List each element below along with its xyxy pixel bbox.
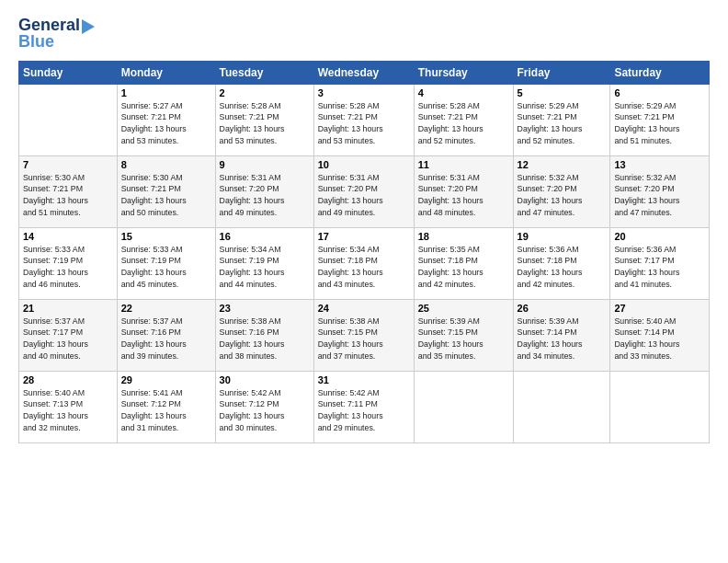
column-header-thursday: Thursday [414,61,513,84]
column-header-tuesday: Tuesday [215,61,313,84]
day-number: 16 [220,231,310,242]
day-info: Sunrise: 5:28 AM Sunset: 7:21 PM Dayligh… [318,100,410,147]
logo: General Blue [18,17,95,52]
page: General Blue SundayMondayTuesdayWednesda… [0,0,728,563]
day-number: 15 [121,231,211,242]
calendar-cell: 22Sunrise: 5:37 AM Sunset: 7:16 PM Dayli… [117,299,215,371]
day-number: 17 [318,231,410,242]
column-header-wednesday: Wednesday [313,61,414,84]
day-number: 27 [614,303,705,314]
calendar-cell: 25Sunrise: 5:39 AM Sunset: 7:15 PM Dayli… [414,299,513,371]
column-header-sunday: Sunday [19,61,118,84]
calendar-cell: 15Sunrise: 5:33 AM Sunset: 7:19 PM Dayli… [117,227,215,299]
day-info: Sunrise: 5:31 AM Sunset: 7:20 PM Dayligh… [318,172,410,219]
calendar-cell [19,84,118,155]
day-info: Sunrise: 5:38 AM Sunset: 7:15 PM Dayligh… [318,316,410,362]
day-number: 21 [23,303,113,314]
day-info: Sunrise: 5:30 AM Sunset: 7:21 PM Dayligh… [121,172,211,219]
day-number: 22 [121,303,211,314]
day-number: 25 [418,303,509,314]
calendar-cell: 19Sunrise: 5:36 AM Sunset: 7:18 PM Dayli… [513,227,610,299]
calendar-cell: 18Sunrise: 5:35 AM Sunset: 7:18 PM Dayli… [414,227,513,299]
calendar-cell: 2Sunrise: 5:28 AM Sunset: 7:21 PM Daylig… [215,84,313,155]
day-info: Sunrise: 5:36 AM Sunset: 7:18 PM Dayligh… [518,244,607,291]
day-number: 26 [518,303,607,314]
day-info: Sunrise: 5:31 AM Sunset: 7:20 PM Dayligh… [220,172,310,219]
calendar-cell: 8Sunrise: 5:30 AM Sunset: 7:21 PM Daylig… [117,155,215,227]
day-info: Sunrise: 5:29 AM Sunset: 7:21 PM Dayligh… [614,100,705,147]
day-number: 8 [121,159,211,170]
column-header-monday: Monday [117,61,215,84]
day-number: 10 [318,159,410,170]
calendar-cell: 3Sunrise: 5:28 AM Sunset: 7:21 PM Daylig… [313,84,414,155]
day-info: Sunrise: 5:32 AM Sunset: 7:20 PM Dayligh… [518,172,607,219]
day-number: 9 [220,159,310,170]
calendar-body: 1Sunrise: 5:27 AM Sunset: 7:21 PM Daylig… [19,84,710,442]
calendar-header-row: SundayMondayTuesdayWednesdayThursdayFrid… [19,61,710,84]
calendar-cell: 11Sunrise: 5:31 AM Sunset: 7:20 PM Dayli… [414,155,513,227]
calendar-week-row: 21Sunrise: 5:37 AM Sunset: 7:17 PM Dayli… [19,299,710,371]
day-number: 28 [23,374,113,385]
calendar-cell: 7Sunrise: 5:30 AM Sunset: 7:21 PM Daylig… [19,155,118,227]
calendar-cell: 26Sunrise: 5:39 AM Sunset: 7:14 PM Dayli… [513,299,610,371]
column-header-friday: Friday [513,61,610,84]
day-number: 1 [121,87,211,98]
calendar-cell: 4Sunrise: 5:28 AM Sunset: 7:21 PM Daylig… [414,84,513,155]
day-info: Sunrise: 5:40 AM Sunset: 7:14 PM Dayligh… [614,316,705,362]
day-info: Sunrise: 5:40 AM Sunset: 7:13 PM Dayligh… [23,387,113,434]
calendar-cell: 6Sunrise: 5:29 AM Sunset: 7:21 PM Daylig… [610,84,710,155]
day-number: 12 [518,159,607,170]
logo-text-blue: Blue [18,33,54,52]
day-number: 18 [418,231,509,242]
day-info: Sunrise: 5:31 AM Sunset: 7:20 PM Dayligh… [418,172,509,219]
day-info: Sunrise: 5:37 AM Sunset: 7:16 PM Dayligh… [121,316,211,362]
day-info: Sunrise: 5:41 AM Sunset: 7:12 PM Dayligh… [121,387,211,434]
day-info: Sunrise: 5:32 AM Sunset: 7:20 PM Dayligh… [614,172,705,219]
calendar-cell: 21Sunrise: 5:37 AM Sunset: 7:17 PM Dayli… [19,299,118,371]
day-number: 4 [418,87,509,98]
calendar-cell: 28Sunrise: 5:40 AM Sunset: 7:13 PM Dayli… [19,371,118,442]
day-info: Sunrise: 5:28 AM Sunset: 7:21 PM Dayligh… [418,100,509,147]
logo-arrow-icon [82,19,95,34]
day-number: 14 [23,231,113,242]
day-info: Sunrise: 5:27 AM Sunset: 7:21 PM Dayligh… [121,100,211,147]
calendar-cell: 9Sunrise: 5:31 AM Sunset: 7:20 PM Daylig… [215,155,313,227]
day-info: Sunrise: 5:37 AM Sunset: 7:17 PM Dayligh… [23,316,113,362]
day-number: 3 [318,87,410,98]
day-number: 19 [518,231,607,242]
day-number: 13 [614,159,705,170]
calendar-cell: 5Sunrise: 5:29 AM Sunset: 7:21 PM Daylig… [513,84,610,155]
day-number: 5 [518,87,607,98]
day-info: Sunrise: 5:34 AM Sunset: 7:19 PM Dayligh… [220,244,310,291]
header: General Blue [18,17,710,52]
calendar-cell: 29Sunrise: 5:41 AM Sunset: 7:12 PM Dayli… [117,371,215,442]
day-number: 31 [318,374,410,385]
calendar-cell: 30Sunrise: 5:42 AM Sunset: 7:12 PM Dayli… [215,371,313,442]
calendar-cell [610,371,710,442]
calendar-week-row: 1Sunrise: 5:27 AM Sunset: 7:21 PM Daylig… [19,84,710,155]
day-number: 6 [614,87,705,98]
calendar-cell: 12Sunrise: 5:32 AM Sunset: 7:20 PM Dayli… [513,155,610,227]
calendar-cell: 16Sunrise: 5:34 AM Sunset: 7:19 PM Dayli… [215,227,313,299]
column-header-saturday: Saturday [610,61,710,84]
calendar-week-row: 7Sunrise: 5:30 AM Sunset: 7:21 PM Daylig… [19,155,710,227]
calendar-cell: 14Sunrise: 5:33 AM Sunset: 7:19 PM Dayli… [19,227,118,299]
day-number: 20 [614,231,705,242]
day-info: Sunrise: 5:29 AM Sunset: 7:21 PM Dayligh… [518,100,607,147]
calendar-week-row: 28Sunrise: 5:40 AM Sunset: 7:13 PM Dayli… [19,371,710,442]
calendar-week-row: 14Sunrise: 5:33 AM Sunset: 7:19 PM Dayli… [19,227,710,299]
day-info: Sunrise: 5:33 AM Sunset: 7:19 PM Dayligh… [121,244,211,291]
day-info: Sunrise: 5:42 AM Sunset: 7:11 PM Dayligh… [318,387,410,434]
calendar-cell [414,371,513,442]
day-info: Sunrise: 5:30 AM Sunset: 7:21 PM Dayligh… [23,172,113,219]
calendar-cell: 24Sunrise: 5:38 AM Sunset: 7:15 PM Dayli… [313,299,414,371]
calendar-cell: 31Sunrise: 5:42 AM Sunset: 7:11 PM Dayli… [313,371,414,442]
calendar-cell: 20Sunrise: 5:36 AM Sunset: 7:17 PM Dayli… [610,227,710,299]
day-info: Sunrise: 5:39 AM Sunset: 7:15 PM Dayligh… [418,316,509,362]
day-info: Sunrise: 5:35 AM Sunset: 7:18 PM Dayligh… [418,244,509,291]
calendar-cell: 1Sunrise: 5:27 AM Sunset: 7:21 PM Daylig… [117,84,215,155]
day-number: 11 [418,159,509,170]
day-info: Sunrise: 5:34 AM Sunset: 7:18 PM Dayligh… [318,244,410,291]
day-number: 23 [220,303,310,314]
day-number: 24 [318,303,410,314]
